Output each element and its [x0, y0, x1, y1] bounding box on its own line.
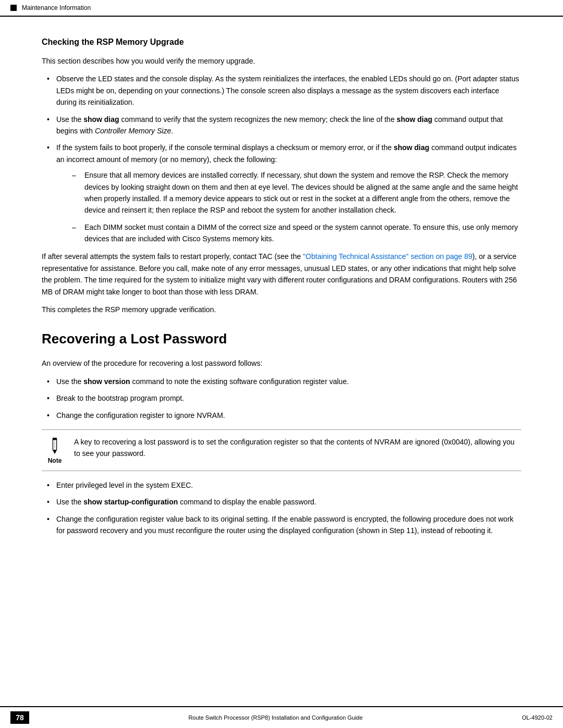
s2-b5-text: Use the show startup-configuration comma… [56, 498, 316, 506]
s2-b4-text: Enter privileged level in the system EXE… [56, 481, 193, 489]
list-item: Break to the bootstrap program prompt. [42, 392, 521, 404]
content-area: Checking the RSP Memory Upgrade This sec… [0, 17, 563, 706]
bullet2-text: Use the show diag command to verify that… [56, 115, 503, 135]
list-item: Ensure that all memory devices are insta… [72, 169, 521, 216]
list-item: Change the configuration register value … [42, 513, 521, 537]
page-container: Maintenance Information Checking the RSP… [0, 0, 563, 728]
list-item: If the system fails to boot properly, if… [42, 142, 521, 244]
technical-assistance-link[interactable]: "Obtaining Technical Assistance" section… [303, 252, 472, 261]
section2-heading: Recovering a Lost Password [42, 331, 521, 347]
link-para-before: If after several attempts the system fai… [42, 252, 303, 261]
header-title: Maintenance Information [22, 4, 91, 11]
note-icon [45, 436, 64, 455]
s2-bullet2-text: Break to the bootstrap program prompt. [56, 394, 184, 402]
list-item: Use the show diag command to verify that… [42, 114, 521, 137]
section1-bullet-list: Observe the LED states and the console d… [42, 73, 521, 244]
section2-bullet-list: Use the show version command to note the… [42, 376, 521, 421]
dash1-text: Ensure that all memory devices are insta… [84, 171, 518, 214]
svg-rect-2 [53, 438, 56, 440]
svg-marker-1 [53, 450, 56, 454]
s2-bullet3-text: Change the configuration register to ign… [56, 411, 225, 419]
list-item: Observe the LED states and the console d… [42, 73, 521, 108]
s2-bullet1-text: Use the show version command to note the… [56, 377, 349, 386]
section1-intro: This section describes how you would ver… [42, 55, 521, 67]
note-icon-area: Note [42, 436, 68, 464]
dash-list: Ensure that all memory devices are insta… [72, 169, 521, 244]
footer: 78 Route Switch Processor (RSP8) Install… [0, 706, 563, 728]
footer-page-number: 78 [10, 711, 29, 724]
link-paragraph: If after several attempts the system fai… [42, 251, 521, 298]
list-item: Use the show version command to note the… [42, 376, 521, 387]
footer-center-text: Route Switch Processor (RSP8) Installati… [29, 714, 522, 721]
section2-intro: An overview of the procedure for recover… [42, 357, 521, 369]
list-item: Each DIMM socket must contain a DIMM of … [72, 221, 521, 245]
section2-bullet-list2: Enter privileged level in the system EXE… [42, 479, 521, 537]
list-item: Use the show startup-configuration comma… [42, 496, 521, 508]
header-square-icon [10, 5, 17, 11]
header-bar: Maintenance Information [0, 0, 563, 17]
list-item: Change the configuration register to ign… [42, 410, 521, 421]
note-content: A key to recovering a lost password is t… [74, 436, 521, 460]
completion-text: This completes the RSP memory upgrade ve… [42, 304, 521, 315]
dash2-text: Each DIMM socket must contain a DIMM of … [84, 223, 518, 243]
s2-b6-text: Change the configuration register value … [56, 515, 513, 535]
list-item: Enter privileged level in the system EXE… [42, 479, 521, 491]
note-label: Note [48, 457, 62, 464]
note-box: Note A key to recovering a lost password… [42, 429, 521, 471]
footer-right-text: OL-4920-02 [522, 714, 553, 721]
bullet1-text: Observe the LED states and the console d… [56, 75, 519, 106]
section1-heading: Checking the RSP Memory Upgrade [42, 38, 521, 47]
bullet3-text: If the system fails to boot properly, if… [56, 143, 517, 163]
